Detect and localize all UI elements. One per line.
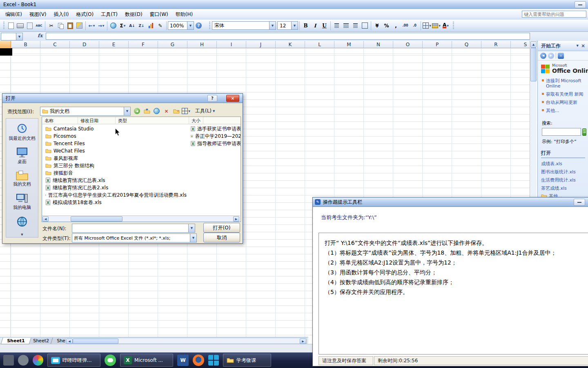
search-web-icon[interactable] [152,107,161,115]
place-network[interactable] [6,216,38,227]
file-list[interactable]: 名称修改日期类型大小 Camtasia Studio Picosmos [42,117,241,222]
recent-file-link[interactable]: 茶艺成绩.xls [541,186,567,191]
decrease-decimal-icon[interactable]: .0 [410,21,419,30]
column-header[interactable]: Q [452,41,481,48]
column-header[interactable]: R [481,41,511,48]
column-header[interactable]: 名称 [42,117,78,124]
underline-button[interactable]: U [320,21,329,30]
toolbar-options-grip[interactable] [453,22,454,30]
currency-style-icon[interactable]: ¥ [373,21,381,30]
recent-file-link[interactable]: 图书出版统计.xls [541,169,576,175]
cut-icon[interactable]: ✂ [47,21,56,30]
borders-icon[interactable]: ▼ [423,21,431,30]
search-go-icon[interactable]: → [582,128,586,136]
task-pane-link-row[interactable]: 自动从网站更新 [542,100,587,105]
recent-file-link[interactable]: 成绩表.xls [541,161,562,166]
place-my-computer[interactable]: 我的电脑 [6,193,38,210]
chevron-down-icon[interactable]: ▼ [269,22,276,29]
font-color-icon[interactable]: A▼ [441,21,450,30]
delete-icon[interactable]: × [162,107,171,115]
help-icon[interactable]: ? [194,21,203,30]
cancel-button[interactable]: 取消 [203,233,240,242]
fx-icon[interactable]: fx [38,33,42,38]
list-horizontal-scrollbar[interactable]: ◀ ▶ [42,215,240,222]
tools-menu[interactable]: 工具(L) ▼ [195,108,215,114]
taskbar-course-folder-button[interactable]: 学考微课 [223,354,271,367]
column-header[interactable]: G [158,41,187,48]
recent-file-link-row[interactable]: 图书出版统计.xls [541,169,585,175]
minimize-button[interactable] [574,199,585,206]
taskbar-bilibili-button[interactable]: 哔哩哔哩弹... [47,354,100,367]
camera-app-icon[interactable] [18,355,29,366]
scroll-right-icon[interactable]: ▶ [233,216,239,222]
column-header[interactable]: B [11,41,40,48]
file-type-combobox[interactable]: 所有 Microsoft Office Excel 文件 (*.xl*; *.x… [72,233,197,242]
menu-item[interactable]: 数据(D) [121,9,146,20]
close-icon[interactable]: × [581,43,585,49]
print-preview-icon[interactable] [25,21,34,30]
search-input[interactable] [542,128,581,136]
place-recent-documents[interactable]: 我最近的文档 [6,123,38,141]
italic-button[interactable]: I [311,21,319,30]
menu-item[interactable]: 编辑(E) [2,9,26,20]
chevron-down-icon[interactable]: ▼ [16,33,22,40]
zoom-combobox[interactable]: 100%▼ [168,21,194,30]
file-row[interactable]: X 继续教育情况汇总表2.xls [43,184,187,191]
system-tray-icon[interactable] [3,355,14,366]
bold-button[interactable]: B [301,21,310,30]
folder-row[interactable]: 第三部分 数据结构 [43,162,187,169]
font-name-combobox[interactable]: 宋体▼ [212,21,276,30]
undo-icon[interactable]: ←▼ [87,21,96,30]
font-size-combobox[interactable]: 12▼ [277,21,298,30]
task-pane-link[interactable]: 连接到 Microsoft Online [546,78,587,89]
align-left-icon[interactable] [332,21,341,30]
menu-item[interactable]: 插入(I) [50,9,73,20]
column-header[interactable]: S [511,41,530,48]
list-scroll-thumb[interactable] [71,216,122,222]
active-cell[interactable] [0,48,12,56]
home-icon[interactable]: ⌂ [558,53,564,59]
chevron-down-icon[interactable]: ▼ [188,224,195,232]
task-pane-link-row[interactable]: 获取有关使用 新闻 [542,92,587,97]
scroll-left-icon[interactable]: ◀ [42,216,49,222]
sort-descending-icon[interactable]: Z↓ [137,21,146,30]
file-row[interactable]: X 养正中学2019—202 [188,132,241,140]
redo-icon[interactable]: →▼ [97,21,105,30]
menu-item[interactable]: 视图(V) [26,9,50,20]
name-box[interactable]: ▼ [1,33,23,40]
column-header[interactable]: O [393,41,423,48]
sheet-tab-1[interactable]: Sheet1 [0,338,31,344]
align-center-icon[interactable] [342,21,350,30]
scroll-right-icon[interactable]: ▶ [300,339,306,344]
places-scroll-down-icon[interactable]: ▼ [21,233,23,236]
chevron-down-icon[interactable]: ▼ [190,234,196,242]
file-row[interactable]: X 指导教师证书申请表 [188,140,241,147]
picosmos-app-icon[interactable] [33,355,43,366]
chevron-down-icon[interactable]: ▼ [124,107,130,115]
browser-icon[interactable] [193,355,204,366]
percent-style-icon[interactable]: % [382,21,391,30]
chevron-down-icon[interactable]: ▼ [577,44,579,47]
task-pane-link[interactable]: 获取有关使用 新闻 [546,92,584,97]
align-right-icon[interactable] [351,21,360,30]
task-pane-link[interactable]: 其他... [546,108,559,113]
file-name-input[interactable] [72,224,188,232]
folder-row[interactable]: WeChat Files [43,147,187,155]
file-row[interactable]: X 晋江市高中信息学学生拔尖工程2019年夏令营培训活动费用.xls [43,191,187,199]
folder-row[interactable]: Tencent Files [43,140,187,147]
scroll-up-icon[interactable]: ▲ [530,41,537,48]
sort-ascending-icon[interactable]: A↓ [128,21,136,30]
back-icon[interactable]: ◀ [133,107,141,115]
task-pane-link-row[interactable]: 其他... [542,108,587,113]
new-folder-icon[interactable] [172,107,180,115]
word-icon[interactable]: W [177,355,189,366]
column-header[interactable]: H [187,41,217,48]
column-header[interactable]: M [334,41,364,48]
back-icon[interactable]: ◀ [540,53,546,59]
menu-item[interactable]: 帮助(H) [172,9,196,20]
task-pane-link-row[interactable]: 连接到 Microsoft Online [542,78,587,89]
recent-file-link-row[interactable]: 茶艺成绩.xls [541,185,585,191]
column-header[interactable]: N [364,41,393,48]
column-header[interactable]: D [70,41,99,48]
place-my-documents[interactable]: 我的文档 [6,170,38,187]
